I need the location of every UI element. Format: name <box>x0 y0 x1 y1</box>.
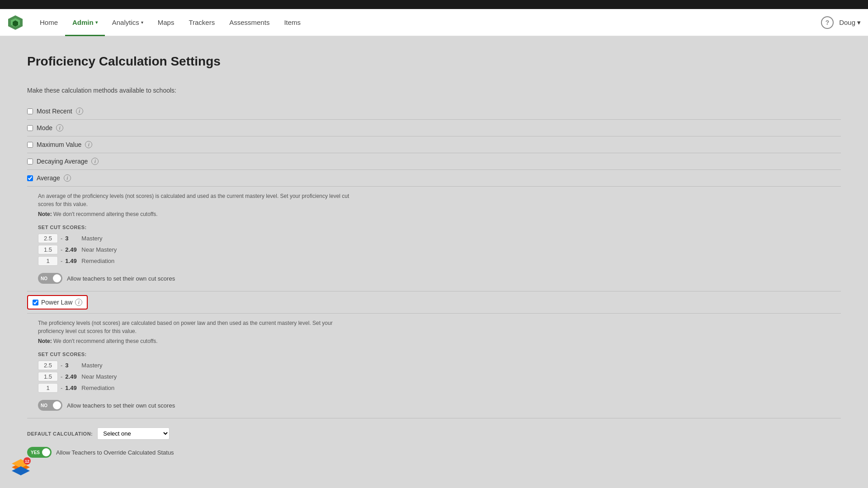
average-cut-scores: SET CUT SCORES: - 3 Mastery - 2.49 Near … <box>38 225 841 266</box>
user-chevron-icon: ▾ <box>857 19 861 27</box>
decaying-avg-checkbox[interactable] <box>27 159 33 164</box>
pl-remediation-from-input[interactable] <box>38 383 58 393</box>
average-cut-score-near-mastery: - 2.49 Near Mastery <box>38 245 841 254</box>
analytics-chevron-icon: ▾ <box>141 20 143 25</box>
navbar: Home Admin ▾ Analytics ▾ Maps Trackers A… <box>0 9 868 36</box>
power-law-toggle-row: NO Allow teachers to set their own cut s… <box>38 400 841 411</box>
max-value-label: Maximum Value <box>37 141 81 148</box>
decaying-avg-row: Decaying Average i <box>27 153 841 170</box>
max-value-checkbox[interactable] <box>27 142 33 148</box>
average-toggle-row: NO Allow teachers to set their own cut s… <box>38 273 841 284</box>
power-law-description: The proficiency levels (not scores) are … <box>38 319 354 335</box>
pl-near-mastery-from-input[interactable] <box>38 372 58 381</box>
power-law-label: Power Law <box>41 299 72 306</box>
avg-remediation-from-input[interactable] <box>38 256 58 266</box>
settings-container: Most Recent i Mode i Maximum Value i Dec… <box>27 103 841 467</box>
allow-override-toggle-knob <box>42 448 50 456</box>
power-law-toggle-knob <box>53 401 61 409</box>
help-button[interactable]: ? <box>821 16 834 29</box>
nav-maps[interactable]: Maps <box>151 9 182 36</box>
average-cut-scores-label: SET CUT SCORES: <box>38 225 841 230</box>
nav-analytics[interactable]: Analytics ▾ <box>105 9 151 36</box>
most-recent-label: Most Recent <box>37 108 72 115</box>
average-teacher-toggle[interactable]: NO <box>38 273 62 284</box>
power-law-highlight-box: Power Law i <box>27 295 88 310</box>
nav-items[interactable]: Items <box>277 9 308 36</box>
default-calc-select[interactable]: Select one Average Power Law Most Recent… <box>97 427 170 440</box>
power-law-teacher-toggle[interactable]: NO <box>38 400 62 411</box>
average-checkbox[interactable] <box>27 175 33 181</box>
allow-override-label: Allow Teachers to Override Calculated St… <box>56 449 174 456</box>
average-row: Average i <box>27 170 841 187</box>
power-law-expanded: The proficiency levels (not scores) are … <box>27 314 841 418</box>
average-label: Average <box>37 174 60 182</box>
default-calc-label: DEFAULT CALCULATION: <box>27 431 93 436</box>
max-value-row: Maximum Value i <box>27 136 841 153</box>
power-law-row: Power Law i <box>27 291 841 314</box>
section-description: Make these calculation methods available… <box>27 87 841 94</box>
nav-right: ? Doug ▾ <box>821 16 861 29</box>
mode-label: Mode <box>37 124 52 131</box>
decaying-avg-label: Decaying Average <box>37 158 88 165</box>
top-bar <box>0 0 868 9</box>
main-content: Proficiency Calculation Settings Make th… <box>0 36 868 488</box>
average-cut-score-mastery: - 3 Mastery <box>38 234 841 243</box>
app-logo[interactable] <box>7 14 24 31</box>
allow-override-row: YES Allow Teachers to Override Calculate… <box>27 447 841 458</box>
avg-mastery-from-input[interactable] <box>38 234 58 243</box>
most-recent-row: Most Recent i <box>27 103 841 120</box>
most-recent-checkbox[interactable] <box>27 108 33 114</box>
power-law-cut-score-remediation: - 1.49 Remediation <box>38 383 841 393</box>
page-title: Proficiency Calculation Settings <box>27 54 841 69</box>
nav-home[interactable]: Home <box>33 9 65 36</box>
default-calc-row: DEFAULT CALCULATION: Select one Average … <box>27 427 841 440</box>
pl-mastery-from-input[interactable] <box>38 361 58 370</box>
svg-text:12: 12 <box>25 459 29 464</box>
power-law-cut-scores-label: SET CUT SCORES: <box>38 352 841 357</box>
most-recent-info-icon[interactable]: i <box>76 108 83 115</box>
mode-checkbox[interactable] <box>27 125 33 131</box>
admin-chevron-icon: ▾ <box>95 20 98 25</box>
power-law-cut-score-near-mastery: - 2.49 Near Mastery <box>38 372 841 381</box>
power-law-info-icon[interactable]: i <box>75 299 82 306</box>
nav-items: Home Admin ▾ Analytics ▾ Maps Trackers A… <box>33 9 821 36</box>
power-law-note: Note: We don't recommend altering these … <box>38 338 841 344</box>
average-info-icon[interactable]: i <box>64 174 71 182</box>
nav-trackers[interactable]: Trackers <box>181 9 222 36</box>
power-law-cut-scores: SET CUT SCORES: - 3 Mastery - 2.49 Near … <box>38 352 841 393</box>
avg-near-mastery-from-input[interactable] <box>38 245 58 254</box>
nav-assessments[interactable]: Assessments <box>222 9 277 36</box>
power-law-toggle-label: Allow teachers to set their own cut scor… <box>67 402 175 409</box>
mode-info-icon[interactable]: i <box>56 124 63 131</box>
average-toggle-label: Allow teachers to set their own cut scor… <box>67 275 175 282</box>
user-menu[interactable]: Doug ▾ <box>839 19 861 27</box>
bottom-section: DEFAULT CALCULATION: Select one Average … <box>27 418 841 467</box>
power-law-cut-score-mastery: - 3 Mastery <box>38 361 841 370</box>
power-law-checkbox[interactable] <box>33 300 38 305</box>
bottom-left-icon[interactable]: 12 <box>9 455 33 479</box>
average-description: An average of the proficiency levels (no… <box>38 192 354 208</box>
average-expanded: An average of the proficiency levels (no… <box>27 187 841 291</box>
nav-admin[interactable]: Admin ▾ <box>65 9 105 36</box>
max-value-info-icon[interactable]: i <box>85 141 92 148</box>
decaying-avg-info-icon[interactable]: i <box>91 158 99 165</box>
average-note: Note: We don't recommend altering these … <box>38 211 841 217</box>
mode-row: Mode i <box>27 120 841 136</box>
average-toggle-knob <box>53 274 61 282</box>
average-cut-score-remediation: - 1.49 Remediation <box>38 256 841 266</box>
